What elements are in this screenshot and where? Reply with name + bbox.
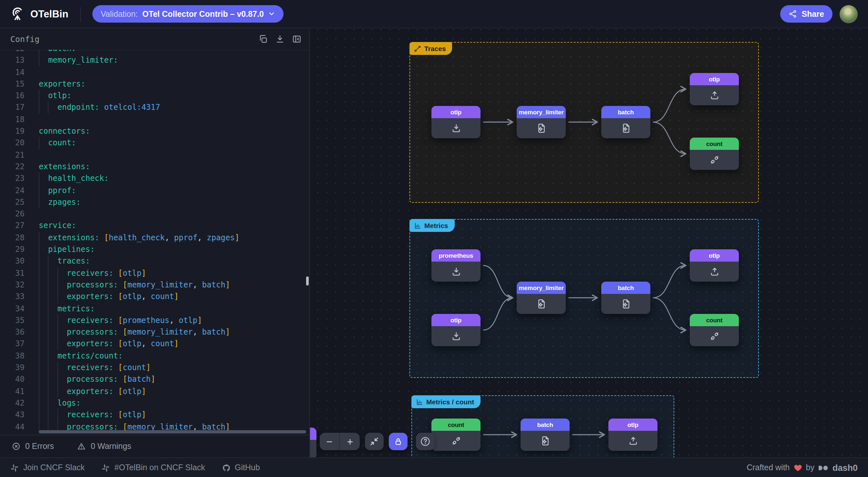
node-m-prom[interactable]: prometheus [431, 249, 480, 281]
indent-guide [58, 338, 58, 350]
code-line: 14 [0, 66, 309, 78]
code-line: 25zpages: [0, 196, 309, 208]
line-number: 12 [0, 50, 25, 55]
copy-icon[interactable] [258, 34, 268, 44]
node-mc-count[interactable]: count [431, 419, 480, 451]
indent-guide [39, 385, 39, 397]
footer-link-github[interactable]: GitHub [222, 463, 260, 472]
lock-button[interactable] [389, 433, 407, 450]
footer-link--otelbin-on-cncf-slack[interactable]: #OTelBin on CNCF Slack [101, 463, 205, 472]
code-text: batch: [48, 50, 76, 55]
heart-icon [794, 464, 802, 472]
code-line: 22extensions: [0, 161, 309, 173]
code-line: 36processors: [memory_limiter, batch] [0, 326, 309, 338]
line-number: 23 [0, 173, 25, 185]
node-label: batch [601, 106, 650, 118]
node-mc-otlp[interactable]: otlp [609, 419, 657, 451]
plus-button[interactable] [340, 433, 360, 450]
user-avatar[interactable] [840, 5, 858, 23]
code-lines: 12batch:13memory_limiter:1415exporters:1… [0, 50, 309, 433]
code-line: 37exporters: [otlp, count] [0, 338, 309, 350]
indent-guide [39, 173, 39, 185]
editor-header: Config [0, 28, 309, 50]
node-mc-batch[interactable]: batch [521, 419, 569, 451]
node-m-batch[interactable]: batch [601, 281, 650, 314]
code-editor[interactable]: 12batch:13memory_limiter:1415exporters:1… [0, 50, 309, 435]
share-icon [789, 10, 797, 18]
indent-guide [48, 102, 49, 114]
validation-dropdown[interactable]: Validation: OTel Collector Contrib – v0.… [92, 5, 284, 23]
indent-guide [48, 303, 49, 315]
indent-guide [58, 315, 58, 327]
node-m-otlp[interactable]: otlp [431, 314, 480, 346]
help-button[interactable] [416, 433, 435, 450]
node-label: memory_limiter [517, 281, 566, 294]
indent-guide [58, 279, 58, 291]
line-number: 22 [0, 161, 25, 173]
indent-guide [39, 90, 39, 102]
edge-t-batch-to-t-otlp-e [653, 89, 686, 122]
indent-guide [39, 303, 39, 315]
node-t-otlp-e[interactable]: otlp [690, 73, 739, 105]
node-t-otlp[interactable]: otlp [431, 106, 480, 138]
node-m-ml[interactable]: memory_limiter [517, 281, 566, 314]
validation-value: OTel Collector Contrib – v0.87.0 [143, 9, 264, 19]
code-text: otlp: [48, 90, 71, 102]
brand-link[interactable]: OTelBin [10, 7, 68, 21]
indent-guide [48, 350, 49, 362]
crafted-text: Crafted with [747, 463, 789, 472]
node-label: otlp [609, 419, 657, 431]
code-line: 21 [0, 149, 309, 161]
line-number: 40 [0, 374, 25, 386]
minus-button[interactable] [320, 433, 340, 450]
slack-icon [10, 464, 19, 472]
code-line: 13memory_limiter: [0, 55, 309, 66]
node-clipped-otlp[interactable]: otlp [310, 427, 316, 457]
share-button[interactable]: Share [780, 5, 833, 23]
vertical-scrollbar[interactable] [306, 276, 309, 286]
code-text: processors: [memory_limiter, batch] [67, 279, 230, 291]
node-m-otlp-e[interactable]: otlp [690, 249, 739, 281]
code-line: 41exporters: [otlp] [0, 385, 309, 397]
indent-guide [39, 409, 39, 421]
indent-guide [48, 374, 49, 386]
pipeline-graph-canvas[interactable]: TracesMetricsMetrics / countotlpmemory_l… [310, 28, 868, 457]
footer-link-join-cncf-slack[interactable]: Join CNCF Slack [10, 463, 85, 472]
indent-guide [39, 243, 39, 256]
download-icon[interactable] [275, 34, 285, 44]
node-t-batch[interactable]: batch [601, 106, 650, 138]
indent-guide [58, 267, 58, 279]
indent-guide [39, 362, 39, 374]
indent-guide [39, 267, 39, 279]
code-line: 19connectors: [0, 125, 309, 137]
collapse-panel-icon[interactable] [292, 34, 302, 44]
footer: Join CNCF Slack#OTelBin on CNCF SlackGit… [0, 457, 868, 477]
node-m-count[interactable]: count [690, 314, 739, 346]
code-text: pprof: [48, 184, 76, 196]
node-label: count [431, 419, 480, 431]
indent-guide [39, 232, 39, 244]
fit-view-button[interactable] [365, 433, 383, 450]
line-number: 44 [0, 421, 25, 433]
main-area: Config 12batch:13memory_limiter:1415expo… [0, 28, 868, 457]
github-icon [222, 464, 230, 472]
node-t-ml[interactable]: memory_limiter [517, 106, 566, 138]
node-label: memory_limiter [517, 106, 566, 118]
node-label: count [690, 138, 739, 150]
indent-guide [39, 196, 39, 208]
indent-guide [39, 291, 39, 303]
node-label: batch [521, 419, 569, 431]
upload-tray-icon [690, 262, 739, 281]
horizontal-scrollbar[interactable] [39, 430, 306, 434]
node-label: prometheus [431, 249, 480, 262]
editor-title: Config [10, 34, 39, 44]
line-number: 37 [0, 338, 25, 350]
node-t-count[interactable]: count [690, 138, 739, 170]
line-number: 34 [0, 303, 25, 315]
line-number: 17 [0, 102, 25, 114]
indent-guide [39, 350, 39, 362]
code-text: exporters: [otlp, count] [67, 291, 179, 303]
code-line: 39receivers: [count] [0, 362, 309, 374]
indent-guide [39, 338, 39, 350]
line-number: 35 [0, 315, 25, 327]
